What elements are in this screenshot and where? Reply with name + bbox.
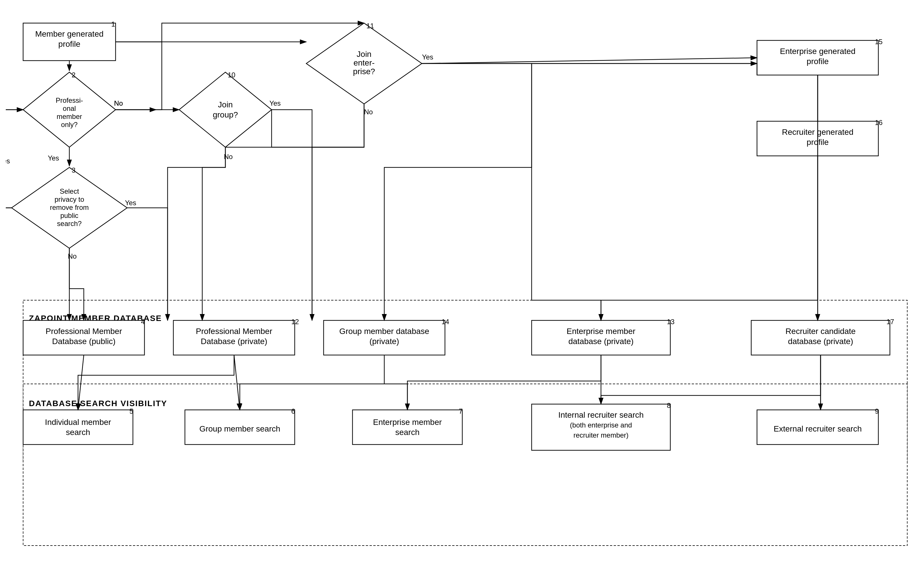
flowchart-container: ZAPOINT MEMBER DATABASE DATABASE SEARCH … [6,6,918,556]
label-no-11: No [364,108,373,116]
arrow-11-yes-path [422,63,757,75]
arrow-10-no-12b [202,147,225,320]
node1-text2: profile [58,40,80,48]
node9-num: 9 [875,407,879,415]
node11-num: 11 [366,22,374,30]
node14-num: 14 [441,318,449,326]
node17-num: 17 [886,318,894,326]
node5-text2: search [66,428,90,437]
node15-text2: profile [807,57,829,66]
node15-num: 15 [875,38,883,46]
node12-text2: Database (private) [201,337,267,346]
node8-num: 8 [667,402,670,409]
node11-text1: Join [357,50,371,58]
arrow-11-no-14 [312,147,364,320]
node5-box [23,410,133,444]
node11-text2: enter- [353,58,375,67]
label-yes-2-3: Yes [48,154,59,162]
node7-box [352,410,462,444]
node8-text3: recruiter member) [573,431,629,439]
node10-diamond [179,72,272,147]
node5-num: 5 [129,407,133,415]
node14-text1: Group member database [339,327,429,336]
node6-num: 6 [291,407,295,415]
node10-num: 10 [228,71,236,79]
node6-text1: Group member search [200,424,280,433]
node4-num: 4 [141,318,145,326]
node4-text2: Database (public) [52,337,115,346]
arrow-11-yes-13-path [422,63,601,300]
node2-text2: onal [63,105,76,112]
node2-text4: only? [61,121,77,129]
node1-num: 1 [111,20,115,28]
svg-rect-3 [23,384,907,546]
label-no-2b: No [114,99,123,107]
node14-text2: (private) [369,337,399,346]
node3-text3: remove from [50,203,89,211]
arrow-1-11 [116,23,364,42]
node12-num: 12 [291,318,299,326]
node3-text4: public [60,212,79,220]
node3-text2: privacy to [55,196,84,203]
node8-text1: Internal recruiter search [558,411,644,419]
node3-text5: search? [57,220,81,227]
node17-text2: database (private) [788,337,853,346]
node5-text1: Individual member [45,418,111,427]
label-yes-3: Yes [125,199,136,207]
node1-text: Member generated [35,30,104,38]
node15-text1: Enterprise generated [780,47,855,56]
node13-num: 13 [667,318,675,326]
node2-text1: Professi- [56,96,83,104]
node13-text1: Enterprise member [567,327,635,336]
node12-text1: Professional Member [196,327,273,336]
arrow-11-yes-ent [422,58,757,63]
node7-text1: Enterprise member [373,418,442,427]
label-yes-11: Yes [422,53,433,61]
arrow-11-no-10 [272,104,364,147]
node7-text2: search [395,428,420,437]
node16-num: 16 [875,119,883,126]
node17-text1: Recruiter candidate [786,327,856,336]
visibility-label: DATABASE SEARCH VISIBILITY [29,399,167,408]
node3-text1: Select [60,187,79,195]
node3-num: 3 [72,166,75,174]
arrow-10-no-12 [168,147,225,320]
node11-text3: prise? [353,67,375,76]
node8-text2: (both enterprise and [570,421,632,429]
arrow-15-to-13 [601,75,818,320]
node2-num: 2 [72,71,75,79]
arrow-10-yes-14 [272,110,312,320]
node10-text1: Join [218,100,232,109]
node10-text2: group? [213,110,238,119]
node9-text1: External recruiter search [774,424,862,433]
node7-num: 7 [459,407,463,415]
node13-text2: database (private) [568,337,634,346]
label-yes-10: Yes [269,99,280,107]
node4-text1: Professional Member [46,327,122,336]
arrow-11-yes-14 [384,63,532,320]
label-back-yes: Yes [6,157,10,165]
node2-text3: member [57,112,82,120]
